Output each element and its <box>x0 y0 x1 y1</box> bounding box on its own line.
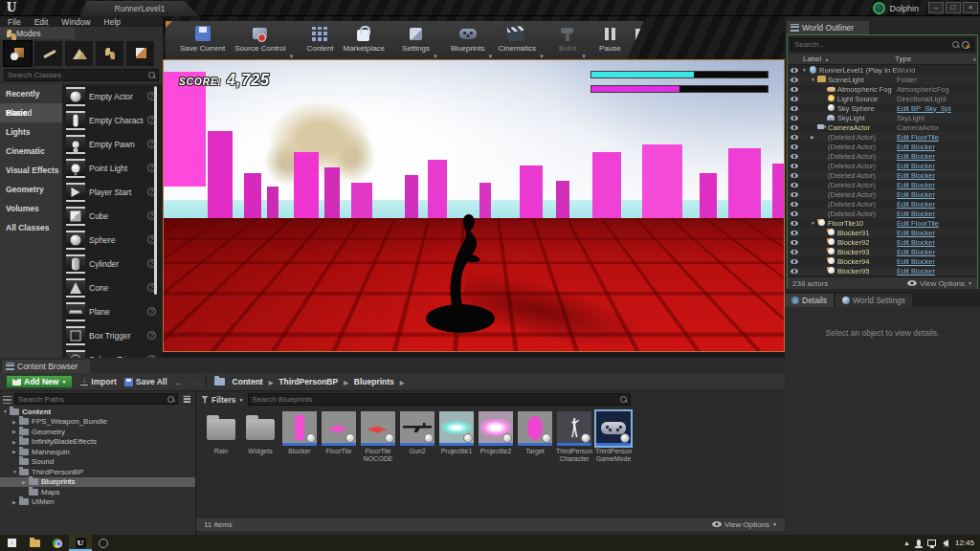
place-actor-item[interactable]: Sphere ? <box>62 228 163 252</box>
category-item[interactable]: Visual Effects <box>0 161 62 180</box>
breadcrumb-item[interactable]: Content <box>233 377 263 386</box>
outliner-row[interactable]: (Deleted Actor) Edit Blocker <box>788 142 977 151</box>
visibility-eye-icon[interactable] <box>788 77 801 82</box>
folder-tree-row[interactable]: ▶ InfinityBladeEffects <box>0 437 195 448</box>
expander-icon[interactable]: ▼ <box>811 77 817 82</box>
expander-icon[interactable]: ▶ <box>12 419 19 425</box>
place-actor-item[interactable]: Point Light ? <box>62 156 163 180</box>
visibility-eye-icon[interactable] <box>788 164 801 168</box>
visibility-eye-icon[interactable] <box>788 192 801 197</box>
actor-type-text[interactable]: Edit BP_Sky_Spl <box>897 104 977 113</box>
place-actor-item[interactable]: Plane ? <box>62 299 163 323</box>
filters-button[interactable]: Filters ▼ <box>201 395 243 405</box>
mode-foliage-button[interactable] <box>96 41 123 66</box>
tab-modes[interactable]: Modes <box>0 27 75 39</box>
outliner-row[interactable]: (Deleted Actor) Edit Blocker <box>788 161 977 170</box>
asset-item[interactable]: ThirdPerson Character <box>555 411 593 462</box>
outliner-search-input[interactable] <box>794 40 949 49</box>
place-actor-item[interactable]: Box Trigger ? <box>62 323 163 347</box>
place-actor-item[interactable]: Cone ? <box>62 276 163 299</box>
place-actor-item[interactable]: Cylinder ? <box>62 252 163 276</box>
start-button[interactable] <box>0 535 23 551</box>
actor-type-text[interactable]: Edit Blocker <box>897 238 977 247</box>
asset-item[interactable]: ThirdPerson GameMode <box>594 411 633 462</box>
expander-icon[interactable]: ▶ <box>12 499 19 505</box>
actor-type-text[interactable]: Edit Blocker <box>897 209 977 218</box>
place-actor-item[interactable]: Empty Pawn ? <box>62 132 163 156</box>
actor-type-text[interactable]: Edit Blocker <box>897 248 977 256</box>
tab-world-outliner[interactable]: World Outliner <box>787 21 869 34</box>
visibility-eye-icon[interactable] <box>788 183 801 187</box>
file-explorer-button[interactable] <box>23 535 46 551</box>
actor-type-text[interactable]: Edit Blocker <box>897 143 977 151</box>
actor-type-text[interactable]: Edit Blocker <box>897 229 977 237</box>
outliner-row[interactable]: ▼ FloorTile10 Edit FloorTile <box>788 218 977 228</box>
outliner-row[interactable]: Blocker91 Edit Blocker <box>788 228 977 237</box>
outliner-row[interactable]: CameraActor CameraActor <box>788 122 977 132</box>
actor-type-text[interactable]: Edit Blocker <box>897 200 977 209</box>
menu-item[interactable]: File <box>8 17 21 27</box>
actor-type-text[interactable]: DirectionalLight <box>897 95 977 103</box>
source-control-button[interactable]: Source Control <box>230 25 290 54</box>
build-button[interactable]: Build <box>552 25 583 54</box>
microphone-icon[interactable] <box>917 540 921 546</box>
actor-type-text[interactable]: Edit FloorTile <box>897 219 977 228</box>
expander-icon[interactable]: ▶ <box>12 439 19 445</box>
place-actor-item[interactable]: Cube ? <box>62 204 163 228</box>
visibility-eye-icon[interactable] <box>788 68 801 73</box>
outliner-view-options-button[interactable]: View Options <box>920 279 965 288</box>
pause-button[interactable]: Pause <box>594 25 626 54</box>
chrome-button[interactable] <box>46 535 69 551</box>
help-icon[interactable]: ? <box>147 307 156 316</box>
actor-type-text[interactable]: World <box>897 66 977 75</box>
mode-place-button[interactable] <box>4 41 32 66</box>
folder-tree-row[interactable]: Maps <box>0 487 195 497</box>
place-actor-item[interactable]: Empty Character ? <box>62 108 163 132</box>
actor-type-text[interactable]: Edit Blocker <box>897 181 977 189</box>
visibility-eye-icon[interactable] <box>788 135 801 140</box>
menu-item[interactable]: Window <box>61 17 90 27</box>
expander-icon[interactable]: ▶ <box>22 479 29 485</box>
folder-tree-row[interactable]: ▼ ThirdPersonBP <box>0 467 195 477</box>
expander-icon[interactable]: ▶ <box>12 429 19 434</box>
network-icon[interactable] <box>927 540 936 546</box>
expander-icon[interactable]: ▼ <box>12 469 19 474</box>
folder-tree-row[interactable]: ▶ FPS_Weapon_Bundle <box>0 417 195 428</box>
actor-type-text[interactable]: Edit Blocker <box>897 162 977 170</box>
forward-arrow-icon[interactable]: → <box>189 377 198 387</box>
outliner-row[interactable]: (Deleted Actor) Edit Blocker <box>788 189 977 199</box>
outliner-row[interactable]: Blocker92 Edit Blocker <box>788 237 977 247</box>
visibility-eye-icon[interactable] <box>788 250 801 254</box>
place-actor-item[interactable]: Empty Actor ? <box>62 84 163 108</box>
actor-type-text[interactable]: Edit Blocker <box>897 171 977 180</box>
mode-geometry-button[interactable] <box>126 41 154 66</box>
sources-toggle-icon[interactable] <box>3 395 11 404</box>
expander-icon[interactable]: ▼ <box>811 220 817 226</box>
visibility-eye-icon[interactable] <box>788 202 801 207</box>
outliner-column-header[interactable]: Label▲ Type ▼ <box>788 54 977 65</box>
visibility-eye-icon[interactable] <box>788 154 801 159</box>
asset-item[interactable]: Widgets <box>241 411 279 462</box>
visibility-eye-icon[interactable] <box>788 116 801 121</box>
outliner-row[interactable]: Light Source DirectionalLight <box>788 94 977 103</box>
back-arrow-icon[interactable]: ← <box>175 377 185 387</box>
visibility-eye-icon[interactable] <box>788 211 801 216</box>
mode-paint-button[interactable] <box>34 41 62 66</box>
visibility-eye-icon[interactable] <box>788 106 801 111</box>
visibility-eye-icon[interactable] <box>788 97 801 101</box>
actor-type-text[interactable]: CameraActor <box>897 123 977 132</box>
visibility-eye-icon[interactable] <box>788 269 801 274</box>
visibility-eye-icon[interactable] <box>788 231 801 235</box>
expander-icon[interactable]: ▼ <box>3 408 10 414</box>
help-icon[interactable]: ? <box>147 331 156 340</box>
visibility-eye-icon[interactable] <box>788 240 801 245</box>
outliner-row[interactable]: Atmospheric Fog AtmosphericFog <box>788 84 977 94</box>
category-item[interactable]: All Classes <box>0 218 62 237</box>
expander-icon[interactable]: ▼ <box>802 67 809 73</box>
visibility-eye-icon[interactable] <box>788 125 801 130</box>
asset-item[interactable]: Projectile1 <box>437 411 476 462</box>
visibility-eye-icon[interactable] <box>788 259 801 264</box>
category-item[interactable]: Volumes <box>0 199 62 218</box>
place-actor-item[interactable]: Player Start ? <box>62 180 163 204</box>
search-classes-input[interactable] <box>8 71 145 79</box>
